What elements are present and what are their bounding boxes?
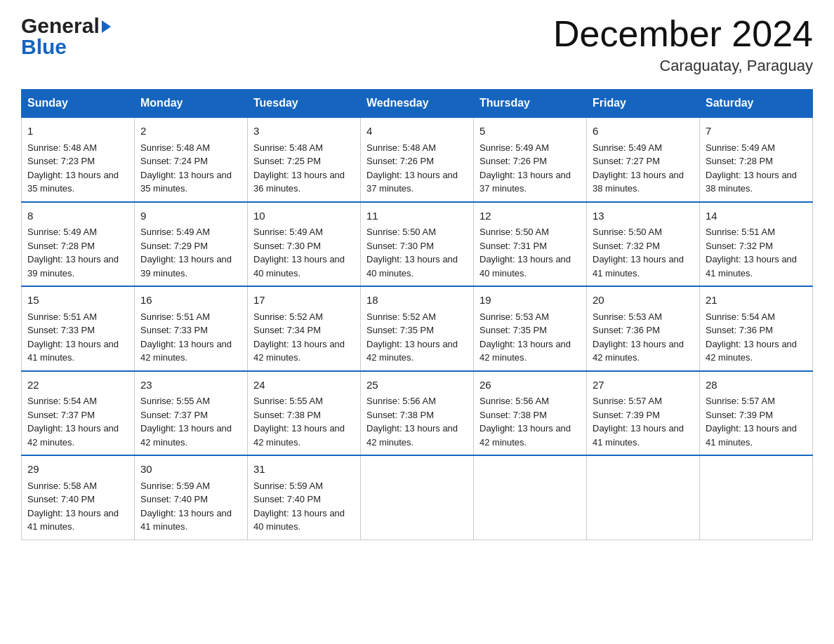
calendar-day-cell: 13Sunrise: 5:50 AMSunset: 7:32 PMDayligh… bbox=[587, 202, 700, 287]
calendar-day-cell: 2Sunrise: 5:48 AMSunset: 7:24 PMDaylight… bbox=[135, 117, 248, 202]
header-saturday: Saturday bbox=[700, 90, 813, 118]
sunset-info: Sunset: 7:35 PM bbox=[366, 325, 434, 335]
sunset-info: Sunset: 7:26 PM bbox=[479, 156, 547, 166]
sunrise-info: Sunrise: 5:48 AM bbox=[253, 142, 323, 153]
calendar-day-cell: 15Sunrise: 5:51 AMSunset: 7:33 PMDayligh… bbox=[22, 286, 135, 371]
calendar-day-cell: 19Sunrise: 5:53 AMSunset: 7:35 PMDayligh… bbox=[474, 286, 587, 371]
calendar-day-cell: 3Sunrise: 5:48 AMSunset: 7:25 PMDaylight… bbox=[248, 117, 361, 202]
day-number: 23 bbox=[140, 377, 241, 394]
day-number: 4 bbox=[366, 123, 468, 140]
calendar-day-cell: 9Sunrise: 5:49 AMSunset: 7:29 PMDaylight… bbox=[135, 202, 248, 287]
day-number: 26 bbox=[479, 377, 581, 394]
day-number: 14 bbox=[706, 208, 807, 224]
daylight-info: Daylight: 13 hours and 42 minutes. bbox=[593, 339, 684, 363]
calendar-day-cell: 22Sunrise: 5:54 AMSunset: 7:37 PMDayligh… bbox=[22, 371, 135, 456]
sunset-info: Sunset: 7:36 PM bbox=[706, 325, 773, 335]
day-number: 20 bbox=[593, 293, 694, 309]
sunset-info: Sunset: 7:31 PM bbox=[479, 241, 547, 251]
daylight-info: Daylight: 13 hours and 40 minutes. bbox=[479, 254, 571, 279]
calendar-day-cell: 7Sunrise: 5:49 AMSunset: 7:28 PMDaylight… bbox=[700, 117, 813, 202]
day-number: 10 bbox=[253, 208, 355, 224]
sunrise-info: Sunrise: 5:58 AM bbox=[27, 481, 97, 491]
sunrise-info: Sunrise: 5:48 AM bbox=[140, 142, 210, 153]
calendar-day-cell: 12Sunrise: 5:50 AMSunset: 7:31 PMDayligh… bbox=[474, 202, 587, 287]
sunset-info: Sunset: 7:35 PM bbox=[479, 325, 547, 335]
sunrise-info: Sunrise: 5:52 AM bbox=[366, 311, 436, 322]
daylight-info: Daylight: 13 hours and 40 minutes. bbox=[253, 254, 345, 279]
sunset-info: Sunset: 7:40 PM bbox=[140, 494, 208, 504]
daylight-info: Daylight: 13 hours and 38 minutes. bbox=[706, 170, 797, 194]
sunrise-info: Sunrise: 5:49 AM bbox=[253, 227, 323, 237]
calendar-day-cell: 6Sunrise: 5:49 AMSunset: 7:27 PMDaylight… bbox=[587, 117, 700, 202]
sunrise-info: Sunrise: 5:54 AM bbox=[706, 311, 775, 322]
day-number: 25 bbox=[366, 377, 468, 394]
sunrise-info: Sunrise: 5:55 AM bbox=[253, 396, 323, 406]
calendar-week-row: 1Sunrise: 5:48 AMSunset: 7:23 PMDaylight… bbox=[22, 117, 813, 202]
daylight-info: Daylight: 13 hours and 41 minutes. bbox=[706, 254, 797, 279]
sunrise-info: Sunrise: 5:51 AM bbox=[706, 227, 775, 237]
day-number: 11 bbox=[366, 208, 468, 224]
sunrise-info: Sunrise: 5:55 AM bbox=[140, 396, 210, 406]
day-number: 28 bbox=[706, 377, 807, 394]
sunrise-info: Sunrise: 5:49 AM bbox=[706, 142, 775, 153]
day-number: 8 bbox=[27, 208, 128, 224]
month-year-title: December 2024 bbox=[553, 14, 813, 54]
daylight-info: Daylight: 13 hours and 42 minutes. bbox=[706, 339, 797, 363]
sunrise-info: Sunrise: 5:48 AM bbox=[27, 142, 97, 153]
sunset-info: Sunset: 7:39 PM bbox=[593, 410, 660, 420]
calendar-day-cell bbox=[700, 455, 813, 539]
calendar-day-cell: 11Sunrise: 5:50 AMSunset: 7:30 PMDayligh… bbox=[361, 202, 474, 287]
day-number: 15 bbox=[27, 293, 128, 309]
calendar-day-cell: 31Sunrise: 5:59 AMSunset: 7:40 PMDayligh… bbox=[248, 455, 361, 539]
day-number: 3 bbox=[253, 123, 355, 140]
calendar-day-cell: 26Sunrise: 5:56 AMSunset: 7:38 PMDayligh… bbox=[474, 371, 587, 456]
daylight-info: Daylight: 13 hours and 41 minutes. bbox=[593, 254, 684, 279]
daylight-info: Daylight: 13 hours and 37 minutes. bbox=[479, 170, 571, 194]
page-header: General Blue December 2024 Caraguatay, P… bbox=[21, 14, 813, 75]
calendar-day-cell: 8Sunrise: 5:49 AMSunset: 7:28 PMDaylight… bbox=[22, 202, 135, 287]
sunset-info: Sunset: 7:32 PM bbox=[593, 241, 660, 251]
calendar-day-cell: 23Sunrise: 5:55 AMSunset: 7:37 PMDayligh… bbox=[135, 371, 248, 456]
calendar-week-row: 22Sunrise: 5:54 AMSunset: 7:37 PMDayligh… bbox=[22, 371, 813, 456]
sunset-info: Sunset: 7:25 PM bbox=[253, 156, 321, 166]
daylight-info: Daylight: 13 hours and 39 minutes. bbox=[27, 254, 119, 279]
calendar-day-cell bbox=[474, 455, 587, 539]
day-number: 13 bbox=[593, 208, 694, 224]
sunrise-info: Sunrise: 5:56 AM bbox=[479, 396, 549, 406]
daylight-info: Daylight: 13 hours and 39 minutes. bbox=[140, 254, 232, 279]
day-number: 18 bbox=[366, 293, 468, 309]
daylight-info: Daylight: 13 hours and 41 minutes. bbox=[706, 423, 797, 448]
calendar-week-row: 29Sunrise: 5:58 AMSunset: 7:40 PMDayligh… bbox=[22, 455, 813, 539]
sunset-info: Sunset: 7:27 PM bbox=[593, 156, 660, 166]
calendar-day-cell: 30Sunrise: 5:59 AMSunset: 7:40 PMDayligh… bbox=[135, 455, 248, 539]
daylight-info: Daylight: 13 hours and 36 minutes. bbox=[253, 170, 345, 194]
daylight-info: Daylight: 13 hours and 40 minutes. bbox=[366, 254, 458, 279]
sunset-info: Sunset: 7:39 PM bbox=[706, 410, 773, 420]
day-number: 1 bbox=[27, 123, 128, 140]
sunset-info: Sunset: 7:26 PM bbox=[366, 156, 434, 166]
sunrise-info: Sunrise: 5:50 AM bbox=[366, 227, 436, 237]
sunrise-info: Sunrise: 5:51 AM bbox=[140, 311, 210, 322]
sunrise-info: Sunrise: 5:59 AM bbox=[140, 481, 210, 491]
sunset-info: Sunset: 7:36 PM bbox=[593, 325, 660, 335]
sunset-info: Sunset: 7:30 PM bbox=[366, 241, 434, 251]
sunrise-info: Sunrise: 5:51 AM bbox=[27, 311, 97, 322]
header-row: Sunday Monday Tuesday Wednesday Thursday… bbox=[22, 90, 813, 118]
sunset-info: Sunset: 7:32 PM bbox=[706, 241, 773, 251]
sunset-info: Sunset: 7:38 PM bbox=[253, 410, 321, 420]
sunset-info: Sunset: 7:34 PM bbox=[253, 325, 321, 335]
day-number: 29 bbox=[27, 462, 128, 478]
sunset-info: Sunset: 7:37 PM bbox=[140, 410, 208, 420]
sunrise-info: Sunrise: 5:49 AM bbox=[593, 142, 662, 153]
header-thursday: Thursday bbox=[474, 90, 587, 118]
daylight-info: Daylight: 13 hours and 40 minutes. bbox=[253, 508, 345, 532]
location-subtitle: Caraguatay, Paraguay bbox=[553, 57, 813, 75]
sunrise-info: Sunrise: 5:57 AM bbox=[706, 396, 775, 406]
day-number: 31 bbox=[253, 462, 355, 478]
daylight-info: Daylight: 13 hours and 42 minutes. bbox=[140, 339, 232, 363]
sunrise-info: Sunrise: 5:59 AM bbox=[253, 481, 323, 491]
day-number: 19 bbox=[479, 293, 581, 309]
daylight-info: Daylight: 13 hours and 38 minutes. bbox=[593, 170, 684, 194]
day-number: 22 bbox=[27, 377, 128, 394]
daylight-info: Daylight: 13 hours and 42 minutes. bbox=[366, 339, 458, 363]
